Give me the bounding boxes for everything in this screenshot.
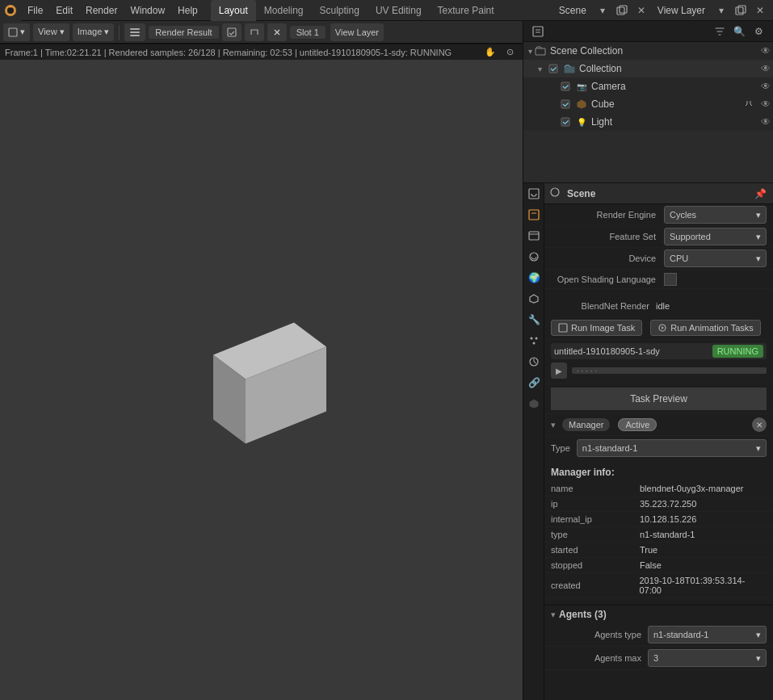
- expand-arrow: ▾: [528, 47, 532, 56]
- props-modifier-icon[interactable]: 🔧: [523, 309, 544, 330]
- type-dropdown[interactable]: n1-standard-1 ▾: [577, 439, 767, 457]
- task-preview-label: Task Preview: [630, 393, 687, 404]
- menu-file[interactable]: File: [21, 0, 49, 21]
- run-image-icon: [558, 323, 568, 333]
- light-vis-icon[interactable]: 👁: [758, 115, 773, 129]
- info-key-created: created: [551, 581, 639, 590]
- props-particle-icon[interactable]: [523, 330, 544, 351]
- menu-render[interactable]: Render: [79, 0, 124, 21]
- filter-icon[interactable]: [712, 23, 728, 40]
- view-layer-dropdown[interactable]: View Layer: [330, 23, 384, 41]
- svg-rect-15: [533, 27, 543, 36]
- collection-vis-icon[interactable]: 👁: [758, 61, 773, 76]
- properties-area: 🌍 🔧 🔗: [523, 183, 773, 700]
- active-badge-container: Active: [618, 419, 657, 430]
- task-preview-button[interactable]: Task Preview: [551, 388, 767, 410]
- image-menu-btn[interactable]: Image ▾: [73, 23, 115, 41]
- render-engine-label: Render Engine: [551, 210, 664, 220]
- info-key-stopped: stopped: [551, 560, 640, 570]
- render-result-dropdown[interactable]: Render Result: [149, 26, 218, 39]
- props-render-icon[interactable]: [523, 183, 544, 204]
- props-output-icon[interactable]: [523, 204, 544, 225]
- type-dropdown-label: n1-standard-1: [582, 443, 638, 453]
- browse-render-btn[interactable]: [245, 23, 264, 41]
- light-checkbox-icon[interactable]: [559, 115, 572, 128]
- viewlayer-close-icon[interactable]: ✕: [752, 2, 768, 19]
- viewlayer-copy-icon[interactable]: [733, 2, 749, 19]
- props-view-layer-icon[interactable]: [523, 225, 544, 246]
- viewport-canvas[interactable]: [0, 60, 523, 700]
- manager-tag[interactable]: Manager: [562, 418, 610, 431]
- cube-item[interactable]: Cube 👁: [523, 95, 773, 113]
- slot-dropdown[interactable]: Slot 1: [290, 26, 326, 39]
- render-engine-dropdown[interactable]: Cycles ▾: [664, 206, 767, 224]
- collection-checkbox-icon[interactable]: [547, 62, 560, 75]
- svg-point-28: [536, 337, 538, 340]
- task-play-button[interactable]: ▶: [551, 363, 567, 379]
- settings-icon[interactable]: ⚙: [750, 23, 767, 40]
- props-constraints-icon[interactable]: 🔗: [523, 372, 544, 393]
- menu-window[interactable]: Window: [124, 0, 171, 21]
- scene-panel-pin-icon[interactable]: 📌: [752, 186, 768, 202]
- menu-edit[interactable]: Edit: [49, 0, 79, 21]
- search-icon[interactable]: 🔍: [731, 23, 747, 40]
- props-physics-icon[interactable]: [523, 351, 544, 372]
- scene-dropdown-icon[interactable]: ▾: [594, 2, 611, 19]
- tab-texture-paint[interactable]: Texture Paint: [430, 0, 502, 21]
- tab-uv-editing[interactable]: UV Editing: [368, 0, 430, 21]
- scene-close-icon[interactable]: ✕: [633, 2, 649, 19]
- scene-collection-vis-icon[interactable]: 👁: [758, 44, 773, 58]
- cube-vis-icon[interactable]: 👁: [758, 97, 773, 111]
- camera-vis-icon[interactable]: 👁: [758, 79, 773, 94]
- info-val-stopped: False: [640, 560, 662, 570]
- task-preview-section: Task Preview: [544, 384, 773, 414]
- svg-rect-23: [529, 210, 539, 220]
- collection-item[interactable]: ▾ Collection 👁: [523, 60, 773, 78]
- info-row-name: name blendnet-0uyg3x-manager: [544, 481, 773, 497]
- scene-copy-icon[interactable]: [614, 2, 630, 19]
- save-render-btn[interactable]: [222, 23, 242, 41]
- cube-checkbox-icon[interactable]: [559, 98, 572, 111]
- status-bar: Frame:1 | Time:02:21.21 | Rendered sampl…: [0, 44, 523, 60]
- manager-close-button[interactable]: ✕: [752, 417, 767, 432]
- tab-modeling[interactable]: Modeling: [256, 0, 312, 21]
- info-key-type: type: [551, 530, 640, 539]
- scene-properties-content: Render Engine Cycles ▾ Feature Set: [544, 204, 773, 673]
- cursor-icon[interactable]: ✋: [482, 44, 498, 61]
- view-menu-btn[interactable]: View ▾: [33, 23, 69, 41]
- svg-point-2: [10, 5, 12, 7]
- delete-render-btn[interactable]: [267, 23, 287, 41]
- run-image-task-button[interactable]: Run Image Task: [551, 320, 642, 336]
- open-shading-checkbox[interactable]: [664, 273, 677, 286]
- device-dropdown[interactable]: CPU ▾: [664, 249, 767, 267]
- editor-type-btn[interactable]: ▾: [3, 23, 30, 41]
- agents-type-dropdown[interactable]: n1-standard-1 ▾: [648, 626, 767, 643]
- zoom-fit-icon[interactable]: ⊙: [502, 44, 518, 61]
- svg-rect-21: [561, 118, 569, 126]
- scene-collection-icon: [534, 44, 547, 57]
- manager-info-section: Manager info: name blendnet-0uyg3x-manag…: [544, 460, 773, 601]
- header-icon-btn[interactable]: [124, 23, 145, 41]
- tab-layout[interactable]: Layout: [211, 0, 256, 21]
- scene-collection-item[interactable]: ▾ Scene Collection 👁: [523, 42, 773, 60]
- tab-sculpting[interactable]: Sculpting: [312, 0, 368, 21]
- agents-header[interactable]: ▾ Agents (3): [544, 605, 773, 623]
- run-animation-tasks-button[interactable]: Run Animation Tasks: [650, 320, 761, 336]
- props-data-icon[interactable]: [523, 393, 544, 414]
- scene-panel-header: Scene 📌: [544, 183, 773, 204]
- agents-max-dropdown[interactable]: 3 ▾: [648, 649, 767, 667]
- task-progress-row: ▶ · · · · ·: [551, 359, 767, 380]
- render-status-text: Frame:1 | Time:02:21.21 | Rendered sampl…: [5, 48, 452, 57]
- props-scene-icon[interactable]: [523, 246, 544, 267]
- props-object-icon[interactable]: [523, 288, 544, 309]
- camera-checkbox-icon[interactable]: [559, 80, 572, 93]
- light-item[interactable]: 💡 Light 👁: [523, 113, 773, 131]
- task-item: untitled-1910180905-1-sdy RUNNING: [551, 343, 767, 359]
- camera-icon: 📷: [575, 80, 588, 93]
- outliner-icon-btn[interactable]: [530, 23, 546, 40]
- camera-item[interactable]: 📷 Camera 👁: [523, 78, 773, 95]
- feature-set-dropdown[interactable]: Supported ▾: [664, 228, 767, 245]
- props-world-icon[interactable]: 🌍: [523, 267, 544, 288]
- viewlayer-dropdown-icon[interactable]: ▾: [713, 2, 729, 19]
- menu-help[interactable]: Help: [171, 0, 204, 21]
